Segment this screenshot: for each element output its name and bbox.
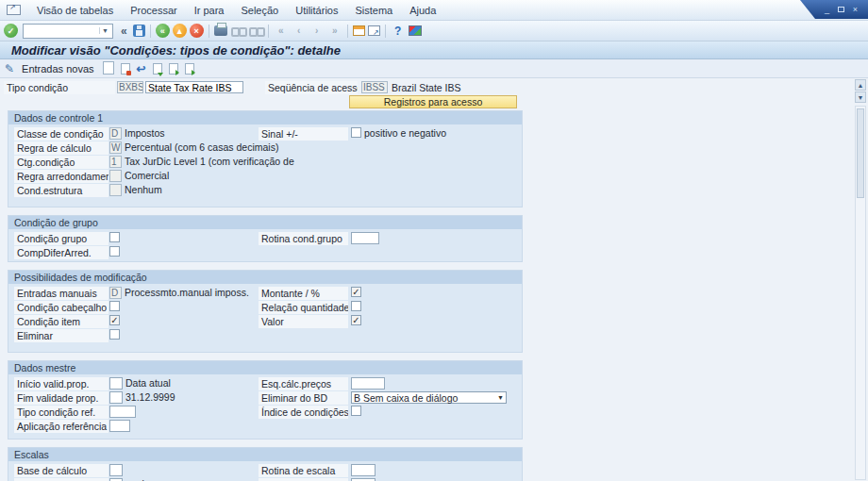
- dados-de-controle-1-classe-de-condi-o-code[interactable]: D: [109, 127, 122, 140]
- create-shortcut-icon[interactable]: [368, 25, 380, 36]
- dados-mestre-fim-validade-prop--input[interactable]: [109, 391, 123, 404]
- tipo-condicao-input[interactable]: [145, 81, 243, 93]
- escalas-rotina-de-escala-input[interactable]: [351, 464, 376, 476]
- last-page-icon[interactable]: »: [327, 24, 342, 39]
- standard-toolbar: ✓ ▼ « «▲×«‹›»?: [0, 21, 868, 41]
- possibilidades-de-modificacao-montante--checkbox[interactable]: ✓: [351, 287, 361, 297]
- registros-para-acesso-button[interactable]: Registros para acesso: [349, 95, 517, 108]
- scrollbar-track[interactable]: [855, 106, 866, 480]
- possibilidades-de-modificacao-entradas-manuais-fields: DProcessmto.manual imposs.: [109, 287, 249, 299]
- print-icon[interactable]: [214, 25, 227, 36]
- menu-item-selecao[interactable]: Seleção: [232, 2, 287, 19]
- menu-item-visao-de-tabelas[interactable]: Visão de tabelas: [28, 2, 122, 19]
- dados-de-controle-1-regra-arredondamento-text: Comercial: [125, 170, 169, 181]
- display-change-icon[interactable]: ✎: [5, 62, 14, 75]
- dados-de-controle-1-cond-estrutura-fields: Nenhum: [109, 184, 162, 196]
- dados-mestre-in-cio-valid-prop--input[interactable]: [109, 377, 123, 390]
- dados-de-controle-1-regra-de-c-lculo-text: Percentual (com 6 casas decimais): [125, 141, 278, 153]
- condicao-de-grupo-condi-o-grupo-label: Condição grupo: [14, 232, 108, 245]
- scroll-down-icon[interactable]: ▼: [855, 91, 866, 103]
- dados-de-controle-1-regra-arredondamento-code[interactable]: [109, 170, 122, 182]
- dados-mestre-eliminar-do-bd-label: Eliminar do BD: [259, 391, 348, 405]
- help-icon[interactable]: ?: [391, 24, 406, 39]
- new-session-icon[interactable]: [353, 25, 365, 36]
- possibilidades-de-modificacao-rela-o-quantidade-checkbox[interactable]: [351, 301, 361, 311]
- command-field-wrap: ▼: [23, 24, 113, 39]
- dados-de-controle-1-sinal--checkbox[interactable]: [351, 127, 361, 138]
- collapse-toolbar-icon[interactable]: «: [118, 25, 130, 38]
- dados-de-controle-1-cond-estrutura-code[interactable]: [109, 184, 122, 196]
- escalas-rotina-de-escala-label: Rotina de escala: [259, 464, 348, 477]
- menu-item-ajuda[interactable]: Ajuda: [401, 2, 444, 19]
- select-block-icon[interactable]: [185, 63, 194, 75]
- command-field[interactable]: [24, 25, 99, 38]
- dados-de-controle-1-classe-de-condi-o-fields: DImpostos: [109, 127, 165, 140]
- possibilidades-de-modificacao-eliminar-checkbox[interactable]: [109, 329, 120, 340]
- group-box-title: Dados mestre: [8, 361, 522, 374]
- command-dropdown-icon[interactable]: ▼: [99, 27, 110, 34]
- dados-de-controle-1-ctg-condi-o-code[interactable]: 1: [109, 156, 122, 168]
- first-page-icon[interactable]: «: [274, 24, 289, 39]
- dados-mestre-esq-c-lc-pre-os-input[interactable]: [351, 377, 385, 390]
- condicao-de-grupo-rotina-cond-grupo-input[interactable]: [351, 232, 379, 244]
- possibilidades-de-modificacao-valor-checkbox[interactable]: ✓: [351, 315, 361, 325]
- copy-as-icon[interactable]: [105, 63, 114, 75]
- back-icon[interactable]: «: [156, 24, 170, 38]
- possibilidades-de-modificacao-rela-o-quantidade-label: Relação quantidade: [259, 301, 348, 314]
- possibilidades-de-modificacao-condi-o-item-checkbox[interactable]: ✓: [109, 315, 120, 325]
- content-area: Tipo condição BXBS Seqüência de acesso I…: [0, 78, 868, 481]
- dados-mestre-tipo-condi-o-ref--input[interactable]: [109, 406, 136, 418]
- field-row: Base de cálculoRotina de escala: [8, 463, 522, 477]
- exit-icon[interactable]: ▲: [173, 24, 187, 38]
- restore-button[interactable]: [838, 7, 844, 12]
- dados-de-controle-1-regra-arredondamento-fields: Comercial: [109, 170, 169, 182]
- copy-entry-icon[interactable]: [169, 63, 178, 75]
- sep1: [209, 25, 209, 38]
- dados-de-controle-1-regra-de-c-lculo-code[interactable]: W: [109, 141, 122, 154]
- enter-icon[interactable]: ✓: [4, 24, 18, 38]
- dados-mestre-eliminar-do-bd-dropdown-icon[interactable]: ▼: [497, 394, 504, 401]
- tipo-condicao-code[interactable]: BXBS: [117, 81, 143, 93]
- dados-mestre-aplica-o-refer-ncia-input[interactable]: [109, 420, 130, 432]
- possibilidades-de-modificacao-condi-o-item-label: Condição item: [14, 315, 108, 328]
- menu-item-processar[interactable]: Processar: [122, 2, 186, 19]
- insert-entry-icon[interactable]: [153, 63, 162, 75]
- possibilidades-de-modificacao-valor-fields: ✓: [351, 315, 361, 325]
- dados-mestre--ndice-de-condi-es-checkbox[interactable]: [351, 406, 361, 416]
- scroll-up-icon[interactable]: ▲: [855, 79, 866, 91]
- customize-layout-icon[interactable]: [409, 25, 422, 36]
- close-button[interactable]: ×: [851, 6, 860, 14]
- condicao-de-grupo-condi-o-grupo-checkbox[interactable]: [109, 232, 120, 242]
- find-icon[interactable]: [230, 25, 245, 38]
- escalas-base-de-c-lculo-input[interactable]: [109, 464, 123, 476]
- sequencia-acesso-code[interactable]: IBSS: [361, 81, 388, 93]
- tipo-condicao-label-text: Tipo condição: [7, 82, 68, 93]
- undo-change-icon[interactable]: ↩: [137, 62, 146, 75]
- scrollbar-thumb[interactable]: [857, 108, 864, 198]
- field-row: Início valid.prop.Data atualEsq.cálc.pre…: [8, 376, 522, 390]
- dados-mestre-eliminar-do-bd-select[interactable]: B Sem caixa de diálogo▼: [351, 391, 507, 404]
- new-entries-button[interactable]: Entradas novas: [18, 62, 97, 75]
- group-box-body: Condição grupoRotina cond.grupoCompDifer…: [8, 229, 522, 261]
- group-box-escalas: EscalasBase de cálculoRotina de escalaVe…: [8, 447, 523, 481]
- system-menu-icon[interactable]: [7, 5, 21, 15]
- possibilidades-de-modificacao-condi-o-cabe-alho-checkbox[interactable]: [109, 301, 120, 311]
- cancel-icon[interactable]: ×: [190, 24, 204, 38]
- field-row: Eliminar: [8, 328, 522, 342]
- menu-item-sistema[interactable]: Sistema: [346, 2, 401, 19]
- condicao-de-grupo-compdiferarred--checkbox[interactable]: [109, 246, 120, 257]
- find-next-icon[interactable]: [248, 25, 263, 38]
- delete-entry-icon[interactable]: [121, 63, 130, 75]
- menu-item-ir-para[interactable]: Ir para: [186, 2, 233, 19]
- dados-mestre-esq-c-lc-pre-os-label: Esq.cálc.preços: [259, 377, 348, 390]
- group-box-body: Base de cálculoRotina de escalaVerif.esc…: [8, 461, 522, 481]
- field-row: CompDiferArred.: [8, 245, 522, 259]
- menu-item-utilitarios[interactable]: Utilitários: [287, 2, 346, 19]
- next-page-icon[interactable]: ›: [309, 24, 325, 39]
- previous-page-icon[interactable]: ‹: [292, 24, 307, 39]
- possibilidades-de-modificacao-entradas-manuais-code[interactable]: D: [109, 287, 122, 299]
- field-row: Aplicação referência: [8, 419, 522, 433]
- dados-de-controle-1-classe-de-condi-o-text: Impostos: [125, 127, 165, 139]
- save-icon[interactable]: [133, 25, 145, 37]
- minimize-button[interactable]: _: [823, 6, 831, 14]
